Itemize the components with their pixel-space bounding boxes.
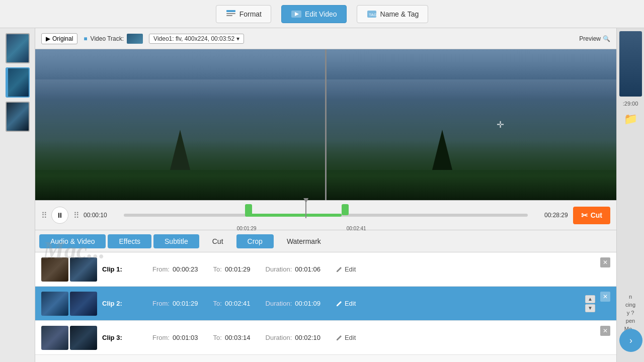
clip-2-thumbs <box>41 292 97 316</box>
clip-3-to-value: 00:03:14 <box>225 334 251 341</box>
marker-left-label: 00:01:29 <box>237 226 257 231</box>
clip-3-close-button[interactable]: ✕ <box>600 326 610 336</box>
scroll-down-button[interactable]: ▼ <box>585 304 595 312</box>
clip-1-thumb-2 <box>70 257 97 282</box>
svg-rect-2 <box>226 15 232 16</box>
right-pen-label: pen <box>626 318 635 324</box>
clip-1-duration-label: Duration: <box>266 265 292 273</box>
play-icon: ▶ <box>46 35 50 42</box>
edit-icon-1 <box>336 266 343 273</box>
top-toolbar: Format Edit Video TAG Name & Tag <box>0 0 644 28</box>
right-sidebar: :29:00 📁 n cing y ? pen Mo... › <box>616 28 644 362</box>
tab-bar: Audio & Video Effects Subtitle Cut Crop … <box>35 230 616 252</box>
clip-1-duration-value: 00:01:06 <box>295 265 320 273</box>
tree-shape-right <box>432 130 452 170</box>
timeline-range <box>245 214 342 217</box>
clip-1-duration-field: Duration: 00:01:06 <box>266 265 320 273</box>
clip-1-to-field: To: 00:01:29 <box>213 265 251 273</box>
clip-row-1[interactable]: Clip 1: From: 00:00:23 To: 00:01:29 Dura… <box>35 252 616 287</box>
clip-3-from-value: 00:01:03 <box>173 334 198 341</box>
clip-2-close-button[interactable]: ✕ <box>600 292 610 302</box>
video-track-thumbnail <box>127 34 143 44</box>
clip-1-name: Clip 1: <box>102 265 137 273</box>
edit-video-button[interactable]: Edit Video <box>281 5 347 23</box>
clip-3-info: Clip 3: From: 00:01:03 To: 00:03:14 Dura… <box>102 334 595 341</box>
video-track-label: ■ Video Track: <box>84 34 143 44</box>
clip-3-edit-button[interactable]: Edit <box>336 334 356 341</box>
clip-1-to-label: To: <box>213 265 222 273</box>
right-cing-label: cing <box>625 302 635 308</box>
clip-2-duration-label: Duration: <box>266 300 292 307</box>
video-right-pane: ✛ <box>325 49 616 200</box>
left-sidebar <box>0 28 35 362</box>
clip-1-close-button[interactable]: ✕ <box>600 257 610 267</box>
time-end-display: 00:28:29 <box>533 212 568 219</box>
clip-3-thumb-2 <box>70 326 97 350</box>
svg-rect-1 <box>226 13 235 14</box>
clip-2-name: Clip 2: <box>102 300 137 307</box>
pause-icon: ⏸ <box>56 211 63 219</box>
sidebar-thumb-3-preview <box>7 103 29 131</box>
tab-audio-video-label: Audio & Video <box>50 237 95 245</box>
video-left-pane <box>35 49 325 200</box>
tab-watermark[interactable]: Watermark <box>276 234 332 248</box>
clip-2-to-field: To: 00:02:41 <box>213 300 251 307</box>
right-folder-area[interactable]: 📁 <box>617 113 644 126</box>
clip-2-scroll-controls: ▲ ▼ <box>585 295 595 312</box>
timeline-track[interactable]: 00:01:29 00:02:41 <box>124 208 528 222</box>
clip-row-3[interactable]: Clip 3: From: 00:01:03 To: 00:03:14 Dura… <box>35 321 616 355</box>
name-tag-button[interactable]: TAG Name & Tag <box>357 5 429 23</box>
forest-overlay-right <box>327 140 616 200</box>
edit-icon-3 <box>336 334 343 341</box>
timeline-bar <box>124 214 528 217</box>
clip-3-duration-value: 00:02:10 <box>295 334 320 341</box>
clip-1-to-value: 00:01:29 <box>225 265 251 273</box>
tab-effects-label: Effects <box>119 237 140 245</box>
format-button[interactable]: Format <box>216 5 271 23</box>
clip-1-edit-button[interactable]: Edit <box>336 265 356 273</box>
clip-row-2[interactable]: Clip 2: From: 00:01:29 To: 00:02:41 Dura… <box>35 287 616 321</box>
dropdown-arrow-icon[interactable]: ▾ <box>236 35 239 42</box>
timeline-needle[interactable] <box>305 200 306 218</box>
clip-2-from-label: From: <box>152 300 170 307</box>
right-n-label: n <box>629 294 632 300</box>
cut-button[interactable]: ✂ Cut <box>573 207 610 224</box>
clip-1-edit-label: Edit <box>345 265 356 273</box>
needle-head <box>303 198 308 203</box>
video-track-text: Video Track: <box>91 35 124 42</box>
timeline-right-handle[interactable] <box>342 204 349 215</box>
clip-3-to-label: To: <box>213 334 222 341</box>
scroll-up-button[interactable]: ▲ <box>585 295 595 303</box>
tab-effects[interactable]: Effects <box>108 234 151 248</box>
edit-video-icon <box>291 9 302 20</box>
tab-audio-video[interactable]: Audio & Video <box>39 234 106 248</box>
tab-crop[interactable]: Crop <box>236 234 274 248</box>
clip-2-edit-button[interactable]: Edit <box>336 300 356 307</box>
track-checkbox: ■ <box>84 35 87 42</box>
clip-3-edit-label: Edit <box>345 334 356 341</box>
original-label: Original <box>52 35 73 42</box>
clip-3-to-field: To: 00:03:14 <box>213 334 251 341</box>
format-icon <box>225 9 236 20</box>
right-labels: n cing y ? pen Mo... <box>617 294 644 332</box>
sidebar-thumb-1[interactable] <box>6 33 30 63</box>
sidebar-thumb-3[interactable] <box>6 102 30 132</box>
tab-subtitle[interactable]: Subtitle <box>153 234 199 248</box>
preview-button[interactable]: Preview 🔍 <box>579 35 610 42</box>
clip-2-to-label: To: <box>213 300 222 307</box>
pause-button[interactable]: ⏸ <box>51 207 68 224</box>
original-button[interactable]: ▶ Original <box>41 33 77 44</box>
timeline-left-handle[interactable] <box>245 204 252 215</box>
tree-shape-left <box>170 130 190 170</box>
right-video-thumb <box>619 31 642 97</box>
clip-3-name: Clip 3: <box>102 334 137 341</box>
video-preview: ✛ <box>35 49 616 200</box>
scissors-icon: ✂ <box>581 211 588 220</box>
svg-text:TAG: TAG <box>369 13 377 17</box>
preview-label: Preview <box>579 35 601 42</box>
sidebar-thumb-2[interactable] <box>6 67 30 98</box>
clip-1-thumb-1 <box>41 257 68 282</box>
clip-1-from-label: From: <box>152 265 170 273</box>
tab-cut[interactable]: Cut <box>201 234 234 248</box>
right-blue-button[interactable]: › <box>619 329 642 352</box>
